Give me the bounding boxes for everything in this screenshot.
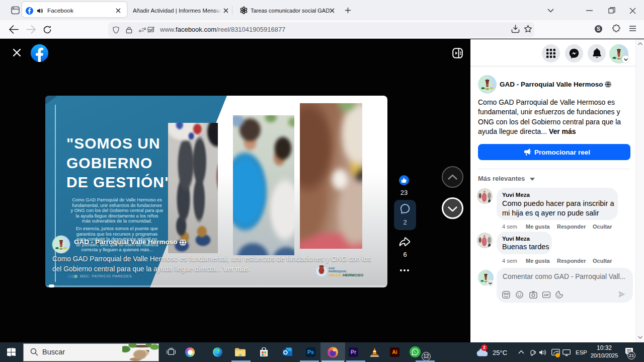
svg-text:GIF: GIF [544, 294, 549, 297]
